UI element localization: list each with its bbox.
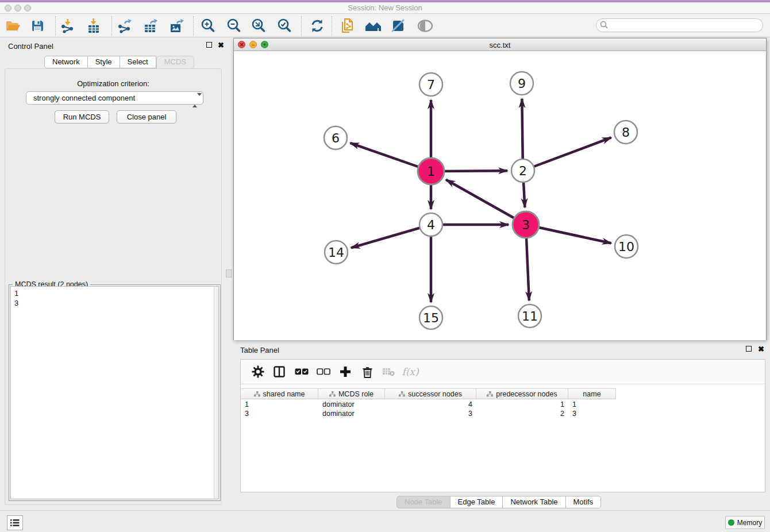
- tab-network-table[interactable]: Network Table: [503, 496, 565, 508]
- export-network-icon[interactable]: [116, 17, 133, 34]
- tab-select[interactable]: Select: [120, 56, 156, 68]
- svg-text:1: 1: [427, 164, 435, 179]
- svg-text:10: 10: [618, 240, 634, 254]
- node-11[interactable]: 11: [518, 304, 541, 327]
- column-header-label: predecessor nodes: [496, 390, 557, 398]
- run-mcds-button[interactable]: Run MCDS: [55, 110, 109, 124]
- tab-network[interactable]: Network: [44, 56, 88, 68]
- tab-style[interactable]: Style: [88, 56, 120, 68]
- svg-text:7: 7: [427, 78, 435, 92]
- svg-text:11: 11: [522, 309, 538, 323]
- memory-label: Memory: [737, 519, 762, 527]
- node-3[interactable]: 3: [513, 211, 539, 238]
- window-title: Session: New Session: [0, 3, 770, 12]
- edge-4-14[interactable]: [351, 225, 431, 248]
- toolbar-separator: [55, 16, 56, 36]
- node-1[interactable]: 1: [418, 158, 444, 184]
- table-options-icon[interactable]: [250, 364, 266, 380]
- table-cell[interactable]: dominator: [318, 400, 385, 409]
- zoom-in-icon[interactable]: [199, 17, 217, 34]
- network-window-titlebar[interactable]: ✕ – + scc.txt: [234, 38, 766, 51]
- mcds-result-text[interactable]: 1 3: [10, 286, 219, 499]
- table-row[interactable]: 1dominator411: [241, 400, 765, 409]
- table-cell[interactable]: 1: [568, 400, 616, 409]
- refresh-icon[interactable]: [309, 17, 326, 34]
- vertical-splitter-handle[interactable]: [226, 269, 232, 277]
- svg-text:9: 9: [518, 76, 526, 91]
- first-neighbors-icon[interactable]: [365, 17, 382, 34]
- birds-eye-view-icon: [417, 17, 434, 34]
- table-cell[interactable]: 3: [241, 409, 318, 418]
- column-header-shared-name[interactable]: shared name: [241, 389, 318, 399]
- save-session-icon[interactable]: [29, 17, 46, 34]
- tab-mcds[interactable]: MCDS: [156, 56, 194, 69]
- deselect-all-checkboxes-icon[interactable]: [315, 364, 332, 380]
- node-8[interactable]: 8: [614, 121, 637, 144]
- float-panel-icon[interactable]: [206, 42, 212, 48]
- tab-edge-table[interactable]: Edge Table: [451, 496, 503, 508]
- table-cell[interactable]: dominator: [318, 409, 385, 418]
- node-2[interactable]: 2: [511, 159, 534, 182]
- network-graph[interactable]: 1234678910111415: [234, 51, 766, 340]
- column-header-MCDS-role[interactable]: MCDS role: [318, 389, 385, 399]
- task-history-button[interactable]: [7, 515, 23, 530]
- table-row[interactable]: 3dominator323: [241, 409, 765, 418]
- table-cell[interactable]: 2: [476, 409, 568, 418]
- column-type-icon: [254, 391, 260, 397]
- memory-button[interactable]: Memory: [725, 516, 765, 529]
- table-cell[interactable]: 3: [385, 409, 476, 418]
- import-table-icon[interactable]: [85, 17, 102, 34]
- result-scrollbar[interactable]: [214, 287, 218, 499]
- table-cell[interactable]: 4: [385, 400, 476, 409]
- toolbar-separator: [193, 16, 194, 36]
- criterion-dropdown[interactable]: strongly connected component: [26, 91, 203, 105]
- mcds-result-group: MCDS result (2 nodes) 1 3: [9, 284, 221, 501]
- mcds-panel: Optimization criterion: strongly connect…: [5, 68, 222, 505]
- tab-node-table[interactable]: Node Table: [396, 496, 451, 508]
- zoom-fit-icon[interactable]: [250, 17, 267, 34]
- table-cell[interactable]: 3: [568, 409, 616, 418]
- column-header-predecessor-nodes[interactable]: predecessor nodes: [476, 389, 568, 399]
- edge-2-8[interactable]: [523, 137, 611, 171]
- network-canvas[interactable]: 1234678910111415: [234, 51, 766, 340]
- zoom-out-icon[interactable]: [225, 17, 242, 34]
- hide-graphics-details-icon[interactable]: [390, 17, 407, 34]
- float-table-panel-icon[interactable]: [746, 346, 752, 352]
- svg-text:6: 6: [332, 131, 340, 145]
- column-header-name[interactable]: name: [568, 389, 616, 399]
- close-panel-icon[interactable]: ✖: [218, 43, 224, 48]
- select-all-checkboxes-icon[interactable]: [294, 364, 310, 380]
- node-10[interactable]: 10: [615, 235, 638, 258]
- node-15[interactable]: 15: [419, 306, 442, 329]
- import-network-icon[interactable]: [59, 17, 76, 34]
- node-9[interactable]: 9: [510, 72, 533, 95]
- toolbar-separator: [301, 16, 302, 36]
- control-panel: Control Panel ✖ NetworkStyleSelectMCDS O…: [0, 37, 226, 509]
- toolbar-separator: [332, 16, 332, 36]
- clone-network-icon[interactable]: [339, 17, 356, 34]
- close-panel-button[interactable]: Close panel: [117, 110, 176, 124]
- search-icon: [600, 21, 609, 32]
- node-7[interactable]: 7: [419, 73, 442, 96]
- show-columns-icon[interactable]: [271, 364, 287, 380]
- close-table-panel-icon[interactable]: ✖: [758, 346, 764, 352]
- svg-text:15: 15: [423, 311, 439, 325]
- table-cell[interactable]: 1: [476, 400, 568, 409]
- column-header-successor-nodes[interactable]: successor nodes: [385, 389, 476, 399]
- add-row-icon[interactable]: [337, 364, 353, 380]
- export-table-icon[interactable]: [142, 17, 159, 34]
- column-header-label: name: [583, 390, 600, 398]
- open-session-icon[interactable]: [4, 17, 21, 34]
- export-image-icon[interactable]: [168, 17, 185, 34]
- zoom-selected-icon[interactable]: [276, 17, 293, 34]
- delete-row-icon[interactable]: [359, 364, 375, 380]
- tab-motifs[interactable]: Motifs: [566, 496, 602, 508]
- table-cell[interactable]: 1: [241, 400, 318, 409]
- search-input[interactable]: [596, 18, 763, 32]
- criterion-value: strongly connected component: [33, 94, 135, 102]
- node-6[interactable]: 6: [324, 126, 347, 149]
- node-4[interactable]: 4: [419, 213, 442, 236]
- network-window-title: scc.txt: [234, 41, 766, 49]
- toolbar-separator: [111, 16, 112, 36]
- node-14[interactable]: 14: [325, 241, 348, 264]
